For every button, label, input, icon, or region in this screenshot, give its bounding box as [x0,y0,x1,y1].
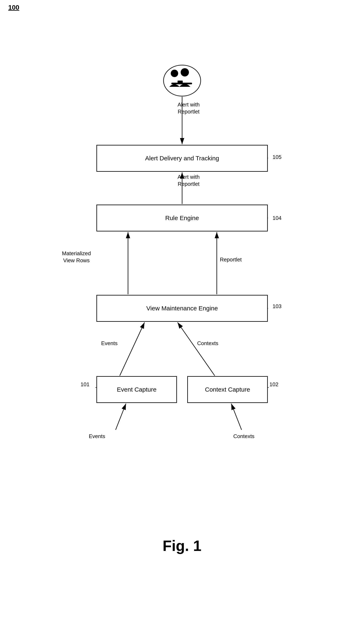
svg-rect-4 [171,83,192,84]
flow-label-contexts-lower: Contexts [233,433,254,440]
context-capture-label: Context Capture [205,386,250,393]
flow-label-events-upper: Events [101,340,118,347]
ref-101: 101 [80,381,90,388]
context-capture-box: Context Capture [187,376,268,403]
flow-label-materialized-view-rows: MaterializedView Rows [62,250,91,264]
svg-point-3 [181,68,189,77]
rule-engine-label: Rule Engine [165,214,199,221]
svg-point-2 [171,70,178,77]
diagram-container: 100 [0,0,364,634]
view-maintenance-box: View Maintenance Engine [96,295,268,322]
rule-engine-box: Rule Engine [96,205,268,231]
flow-label-alert-reportlet-top: Alert withReportlet [178,101,200,115]
event-capture-box: Event Capture [96,376,177,403]
alert-delivery-box: Alert Delivery and Tracking [96,145,268,172]
svg-line-13 [231,404,242,430]
svg-line-11 [178,322,215,376]
fig-caption: Fig. 1 [0,537,364,554]
svg-line-12 [116,404,126,430]
flow-label-alert-reportlet-mid: Alert withReportlet [178,174,200,188]
svg-line-10 [120,322,144,376]
svg-rect-5 [178,81,183,84]
flow-label-reportlet: Reportlet [220,256,242,263]
view-maintenance-label: View Maintenance Engine [146,305,218,312]
flow-label-contexts-upper: Contexts [197,340,218,347]
alert-delivery-label: Alert Delivery and Tracking [145,155,219,162]
ref-104: 104 [272,215,282,221]
ref-105: 105 [272,154,282,160]
event-capture-label: Event Capture [117,386,156,393]
figure-number-label: 100 [8,4,19,11]
ref-103: 103 [272,303,282,309]
svg-point-1 [164,65,201,96]
flow-label-events-lower: Events [89,433,105,440]
ref-102: 102 [270,381,278,388]
